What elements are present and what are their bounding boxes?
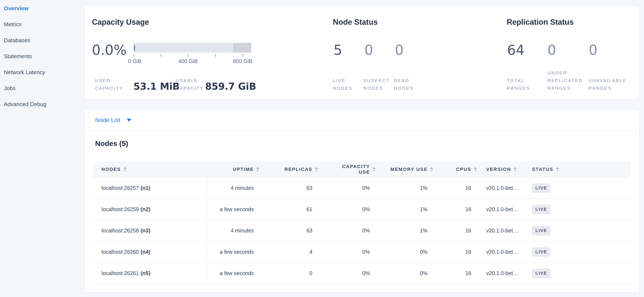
sidebar-item-jobs[interactable]: Jobs [0,80,84,96]
unavailable-label-line2: RANGES [588,86,612,90]
usable-capacity-label-line1: USABLE [176,78,198,83]
sidebar-item-advanced-debug[interactable]: Advanced Debug [0,96,84,112]
status-badge: LIVE [532,183,550,193]
header-version-label: VERSION [486,167,511,172]
usable-capacity-label: USABLECAPACITY [176,77,204,92]
node-address: localhost:26261 [102,270,139,276]
total-ranges-count: 64 [507,42,524,58]
capacity-usage-title: Capacity Usage [92,18,149,26]
sidebar-item-statements[interactable]: Statements [0,48,84,64]
header-cpus-label: CPUS [456,167,471,172]
total-ranges-label: TOTALRANGES [507,77,530,92]
version-cell: v20.1.0-bet… [477,241,529,263]
replication-status-title: Replication Status [507,18,574,26]
node-address: localhost:26258 [102,228,139,234]
sort-icon [514,167,517,172]
capacity-use-cell: 0% [318,241,376,263]
node-list-dropdown[interactable]: Node List [84,110,639,131]
node-id: (n2) [140,206,150,212]
node-id: (n1) [140,185,150,191]
header-version[interactable]: VERSION [477,162,529,177]
gauge-axis-tick [243,54,243,57]
header-memory-use[interactable]: MEMORY USE [376,162,433,177]
header-uptime[interactable]: UPTIME [207,162,259,177]
status-badge: LIVE [532,269,550,278]
sidebar-item-metrics[interactable]: Metrics [0,16,84,32]
sidebar-item-databases[interactable]: Databases [0,32,84,48]
header-capacity-use[interactable]: CAPACITYUSE [318,162,376,177]
nodes-count-title: Nodes (5) [95,139,128,148]
header-capacity-line2: USE [359,169,370,175]
under-replicated-ranges-label: UNDER-REPLICATEDRANGES [548,69,582,92]
version-cell: v20.1.0-bet… [477,263,529,284]
node-address-cell[interactable]: localhost:26261(n5) [94,263,207,284]
gauge-axis-tick [161,54,161,57]
header-nodes[interactable]: NODES [94,162,207,177]
table-row-n3[interactable]: localhost:26258(n3) 4 minutes 63 0% 1% 1… [94,220,630,241]
node-address-cell[interactable]: localhost:26259(n2) [94,199,207,220]
header-replicas[interactable]: REPLICAS [259,162,318,177]
status-cell: LIVE [529,177,630,199]
gauge-axis-tick [216,54,216,57]
status-cell: LIVE [529,220,630,241]
sidebar-item-overview[interactable]: Overview [0,0,84,16]
live-label-line1: LIVE [333,78,346,83]
table-row-n4[interactable]: localhost:26260(n4) a few seconds 4 0% 0… [94,241,630,263]
cpus-cell: 16 [433,263,477,284]
status-cell: LIVE [529,199,630,220]
header-nodes-label: NODES [102,167,121,172]
nodes-table-header: NODES UPTIME REPLICAS CAPACITYUSE MEMORY… [94,162,630,177]
unavailable-label-line1: UNAVAILABLE [588,78,626,83]
uptime-cell: a few seconds [207,263,259,284]
gauge-axis-label-400: 400 GiB [178,58,198,64]
header-cpus[interactable]: CPUS [433,162,477,177]
cpus-cell: 16 [433,177,477,199]
dead-label-line1: DEAD [394,78,409,83]
table-row-n2[interactable]: localhost:26259(n2) a few seconds 61 0% … [94,199,630,220]
node-address: localhost:26260 [102,249,139,255]
gauge-axis-label-800: 800 GiB [233,58,252,64]
node-address-cell[interactable]: localhost:26257(n1) [94,177,207,199]
version-cell: v20.1.0-bet… [477,199,529,220]
node-list-card: Node List Nodes (5) NODES UPTIME REPLICA… [84,110,639,293]
live-label-line2: NODES [333,86,352,90]
suspect-label-line2: NODES [363,86,383,90]
status-badge: LIVE [532,226,550,235]
table-row-n1[interactable]: localhost:26257(n1) 4 minutes 63 0% 1% 1… [94,177,630,199]
header-capacity-use-label: CAPACITYUSE [342,164,370,175]
table-row-n5[interactable]: localhost:26261(n5) a few seconds 0 0% 0… [94,263,630,284]
sort-icon [556,167,559,172]
status-badge: LIVE [532,247,550,257]
memory-use-cell: 0% [376,241,433,263]
node-address-cell[interactable]: localhost:26258(n3) [94,220,207,241]
cpus-cell: 16 [433,199,477,220]
header-replicas-label: REPLICAS [284,167,312,172]
used-capacity-label-line1: USED [95,78,110,83]
header-uptime-label: UPTIME [233,167,254,172]
node-address: localhost:26257 [102,185,139,191]
node-address: localhost:26259 [102,206,139,212]
status-badge: LIVE [532,205,550,214]
header-status-label: STATUS [532,167,553,172]
under-replicated-label-line3: RANGES [548,86,571,90]
sidebar-item-network-latency[interactable]: Network Latency [0,64,84,80]
node-id: (n5) [140,270,150,276]
replicas-cell: 4 [259,241,318,263]
header-status[interactable]: STATUS [529,162,630,177]
replicas-cell: 0 [259,263,318,284]
dead-label-line2: NODES [394,86,414,90]
replicas-cell: 61 [259,199,318,220]
capacity-use-cell: 0% [318,220,376,241]
suspect-nodes-label: SUSPECTNODES [363,77,390,92]
node-id: (n4) [140,249,150,255]
version-cell: v20.1.0-bet… [477,177,529,199]
live-nodes-count: 5 [334,42,342,58]
usable-capacity-value: 859.7 GiB [205,81,256,92]
node-id: (n3) [140,228,150,234]
sort-icon [256,167,259,172]
sort-icon [430,167,433,172]
capacity-gauge-reserved-segment [233,43,251,53]
sidebar: Overview Metrics Databases Statements Ne… [0,0,84,297]
node-address-cell[interactable]: localhost:26260(n4) [94,241,207,263]
capacity-use-cell: 0% [318,199,376,220]
